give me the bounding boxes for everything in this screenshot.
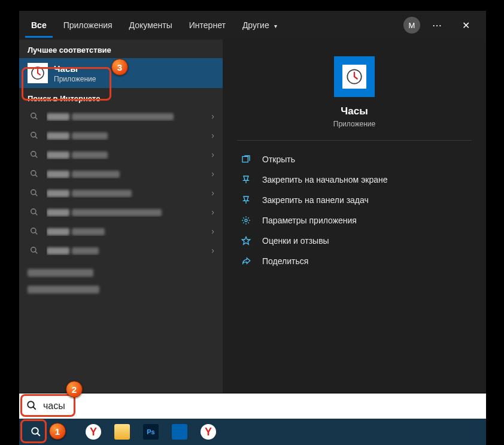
extra-categories	[19, 260, 223, 301]
web-search-header: Поиск в Интернете	[19, 88, 223, 107]
web-result-label	[47, 226, 211, 236]
action-label: Открыть	[262, 155, 295, 164]
tab-more[interactable]: Другие ▾	[236, 13, 283, 38]
extra-item[interactable]	[28, 264, 214, 280]
results-list: Лучшее соответствие Часы Приложение Поис…	[19, 40, 223, 393]
pin-taskbar-icon	[239, 195, 253, 205]
web-result-item[interactable]: ›	[19, 202, 223, 222]
chevron-right-icon: ›	[211, 111, 214, 121]
user-avatar[interactable]: M	[403, 17, 420, 34]
tab-all[interactable]: Все	[25, 13, 53, 38]
web-result-item[interactable]: ›	[19, 164, 223, 183]
action-pin-start[interactable]: Закрепить на начальном экране	[237, 169, 472, 190]
chevron-right-icon: ›	[211, 131, 214, 140]
web-result-item[interactable]: ›	[19, 145, 223, 164]
chevron-right-icon: ›	[211, 188, 214, 198]
folder-icon	[114, 423, 130, 440]
panel-header: Все Приложения Документы Интернет Другие…	[19, 11, 486, 40]
tab-more-label: Другие	[242, 20, 269, 30]
action-share[interactable]: Поделиться	[237, 251, 472, 271]
search-icon	[28, 150, 41, 159]
header-actions: M ⋯ ✕	[403, 13, 478, 37]
tab-apps[interactable]: Приложения	[57, 13, 119, 38]
action-rate[interactable]: Оценки и отзывы	[237, 231, 472, 251]
web-result-item[interactable]: ›	[19, 107, 223, 126]
web-result-label	[47, 111, 211, 121]
svg-point-11	[245, 219, 247, 222]
more-options-icon[interactable]: ⋯	[425, 13, 449, 37]
search-input[interactable]	[43, 401, 479, 411]
browser-icon: Y	[85, 423, 102, 440]
preview-header: Часы Приложение	[237, 56, 472, 141]
action-label: Параметры приложения	[262, 216, 357, 225]
taskbar-app-photoshop[interactable]: Ps	[136, 419, 165, 445]
svg-point-6	[31, 209, 36, 214]
web-result-item[interactable]: ›	[19, 183, 223, 202]
preview-subtitle: Приложение	[333, 120, 375, 128]
taskbar-app-browser[interactable]: Y	[79, 419, 108, 445]
web-result-item[interactable]: ›	[19, 222, 223, 241]
svg-point-12	[28, 401, 34, 408]
best-match-title: Часы	[54, 63, 96, 74]
calendar-icon	[171, 423, 188, 440]
taskbar-app-browser-2[interactable]: Y	[194, 419, 223, 445]
tab-internet[interactable]: Интернет	[183, 13, 232, 38]
action-app-settings[interactable]: Параметры приложения	[237, 210, 472, 231]
preview-app-tile[interactable]	[334, 56, 375, 97]
clock-icon	[342, 65, 366, 89]
best-match-item[interactable]: Часы Приложение	[19, 58, 223, 88]
taskbar-app-explorer[interactable]	[108, 419, 136, 445]
web-result-label	[47, 169, 211, 178]
taskbar: Y Ps Y	[19, 419, 486, 445]
preview-actions: Открыть Закрепить на начальном экране За…	[237, 149, 472, 271]
action-label: Поделиться	[262, 256, 308, 266]
web-result-item[interactable]: ›	[19, 126, 223, 145]
search-icon	[28, 227, 41, 235]
svg-point-7	[31, 228, 36, 233]
web-result-item[interactable]: ›	[19, 241, 223, 260]
tab-documents[interactable]: Документы	[123, 13, 178, 38]
action-label: Закрепить на панели задач	[262, 195, 369, 205]
taskbar-search-button[interactable]	[22, 419, 50, 445]
svg-point-8	[31, 247, 36, 252]
best-match-text: Часы Приложение	[54, 63, 96, 83]
web-result-label	[47, 246, 211, 255]
action-pin-taskbar[interactable]: Закрепить на панели задач	[237, 190, 472, 210]
open-icon	[239, 155, 253, 164]
search-icon	[28, 189, 41, 197]
browser-icon: Y	[200, 423, 217, 440]
search-panel: Все Приложения Документы Интернет Другие…	[19, 11, 486, 393]
search-bar[interactable]	[19, 393, 486, 419]
search-icon	[28, 169, 41, 178]
action-open[interactable]: Открыть	[237, 149, 472, 169]
search-icon	[28, 246, 41, 255]
svg-point-5	[31, 190, 36, 195]
close-icon[interactable]: ✕	[454, 13, 478, 37]
svg-point-13	[32, 428, 38, 434]
search-icon	[28, 208, 41, 216]
chevron-right-icon: ›	[211, 226, 214, 236]
preview-title: Часы	[341, 105, 368, 117]
panel-body: Лучшее соответствие Часы Приложение Поис…	[19, 40, 486, 393]
chevron-right-icon: ›	[211, 207, 214, 217]
chevron-right-icon: ›	[211, 169, 214, 178]
web-results: › › › ›	[19, 107, 223, 260]
svg-point-1	[31, 113, 36, 118]
action-label: Оценки и отзывы	[262, 236, 329, 246]
filter-tabs: Все Приложения Документы Интернет Другие…	[25, 13, 403, 38]
best-match-header: Лучшее соответствие	[19, 40, 223, 58]
search-icon	[28, 131, 41, 140]
svg-point-3	[31, 152, 36, 156]
star-icon	[239, 236, 253, 246]
web-result-label	[47, 150, 211, 159]
preview-pane: Часы Приложение Открыть Закрепить на нач…	[223, 40, 486, 393]
extra-item[interactable]	[28, 280, 214, 297]
search-icon	[26, 400, 37, 413]
pin-start-icon	[239, 175, 253, 184]
action-label: Закрепить на начальном экране	[262, 175, 388, 184]
clock-app-icon	[28, 63, 48, 83]
web-result-label	[47, 207, 211, 217]
search-icon	[28, 423, 44, 440]
svg-point-2	[31, 132, 36, 137]
taskbar-app-calendar[interactable]	[165, 419, 194, 445]
